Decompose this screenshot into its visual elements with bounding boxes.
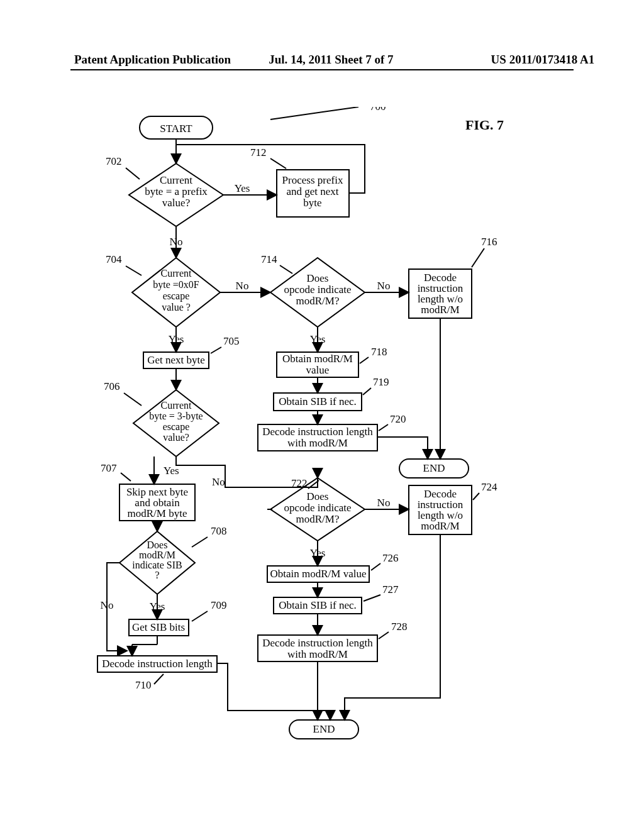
no-714: No (377, 280, 391, 292)
n706d: value? (163, 432, 189, 443)
svg-line-0 (270, 107, 358, 119)
n706c: escape (163, 421, 190, 433)
n720b: with modR/M (287, 437, 348, 449)
n719: Obtain SIB if nec. (279, 396, 357, 407)
n705: Get next byte (147, 354, 205, 366)
ref-702: 702 (106, 155, 122, 167)
no-704: No (236, 280, 249, 292)
page: Patent Application Publication Jul. 14, … (0, 0, 644, 830)
n704c: escape (163, 290, 190, 302)
n714c: modR/M? (296, 295, 340, 307)
ref-710: 710 (135, 679, 152, 691)
n702c: value? (162, 197, 190, 209)
n708a: Does (147, 540, 168, 550)
yes-702: Yes (235, 182, 250, 194)
n714b: opcode indicate (284, 284, 351, 296)
n718b: value (306, 364, 330, 376)
ref-726: 726 (382, 552, 399, 564)
svg-line-55 (371, 563, 380, 570)
ref-706: 706 (104, 380, 120, 392)
n712c: byte (303, 197, 321, 209)
ref-722: 722 (291, 477, 308, 489)
n712a: Process prefix (282, 174, 343, 186)
n708d: ? (155, 570, 159, 580)
n710: Decode instruction length (102, 658, 213, 670)
yes-704: Yes (169, 333, 184, 345)
n714a: Does (307, 272, 329, 284)
ref-709: 709 (211, 599, 227, 611)
svg-line-24 (379, 424, 388, 431)
n704d: value ? (162, 302, 191, 313)
header-left: Patent Application Publication (74, 53, 231, 67)
ref-707: 707 (101, 462, 117, 474)
n718: Obtain modR/M (282, 353, 353, 365)
svg-line-6 (270, 158, 286, 169)
header-right: US 2011/0173418 A1 (491, 53, 595, 67)
n702b: byte = a prefix (145, 185, 208, 197)
n722a: Does (307, 490, 329, 502)
ref-728: 728 (391, 621, 408, 633)
svg-line-40 (192, 611, 208, 621)
ref-727: 727 (382, 584, 399, 595)
yes-714: Yes (310, 333, 326, 345)
no-722: No (377, 497, 391, 509)
svg-line-12 (280, 265, 292, 274)
n728a: Decode instruction length (262, 637, 373, 649)
n722b: opcode indicate (284, 502, 351, 514)
n709: Get SIB bits (132, 621, 185, 633)
ref-714: 714 (261, 253, 277, 265)
yes-722: Yes (310, 547, 326, 559)
ref-712: 712 (250, 147, 267, 158)
n716d: modR/M (421, 304, 459, 316)
ref-716: 716 (481, 236, 497, 248)
svg-line-58 (364, 595, 380, 601)
svg-line-3 (126, 168, 140, 179)
svg-line-9 (126, 266, 142, 275)
svg-line-37 (192, 537, 208, 547)
ref-708: 708 (211, 525, 227, 537)
svg-line-18 (360, 357, 369, 363)
n708c: indicate SIB (132, 560, 182, 570)
svg-line-52 (473, 493, 479, 500)
end1: END (423, 462, 445, 474)
svg-line-45 (154, 674, 164, 684)
svg-line-30 (124, 393, 142, 406)
svg-line-21 (363, 388, 371, 395)
n702a: Current (160, 174, 192, 186)
n706b: byte = 3-byte (149, 411, 203, 422)
n707c: modR/M byte (128, 507, 187, 519)
n704b: byte =0x0F (153, 279, 199, 290)
yes-708: Yes (150, 600, 165, 612)
header-rule (70, 69, 574, 70)
page-header: Patent Application Publication Jul. 14, … (0, 53, 644, 67)
svg-line-15 (472, 248, 484, 267)
ref-720: 720 (390, 413, 406, 425)
n727: Obtain SIB if nec. (279, 599, 357, 611)
svg-line-33 (121, 473, 131, 481)
n722c: modR/M? (296, 513, 340, 525)
end2: END (313, 723, 335, 735)
ref-724: 724 (481, 481, 497, 493)
svg-line-61 (379, 632, 389, 639)
n728b: with modR/M (287, 648, 348, 660)
n712b: and get next (286, 185, 338, 197)
n726: Obtain modR/M value (270, 568, 367, 580)
yes-706: Yes (164, 465, 179, 477)
svg-line-27 (211, 347, 221, 353)
ref-704: 704 (106, 253, 122, 265)
no-708: No (101, 599, 114, 611)
no-702: No (170, 236, 183, 248)
ref-700: 700 (370, 107, 386, 113)
start-label: START (160, 123, 192, 135)
ref-705: 705 (223, 335, 240, 347)
n706a: Current (161, 400, 192, 411)
flowchart: START 700 Current byte = a prefix value?… (82, 107, 535, 786)
n708b: modR/M (139, 550, 175, 560)
n720a: Decode instruction length (262, 426, 373, 438)
ref-719: 719 (373, 376, 389, 388)
ref-718: 718 (371, 346, 387, 358)
header-mid: Jul. 14, 2011 Sheet 7 of 7 (269, 53, 393, 67)
no-706: No (212, 476, 225, 488)
n704a: Current (161, 268, 192, 279)
n724d: modR/M (421, 520, 459, 532)
